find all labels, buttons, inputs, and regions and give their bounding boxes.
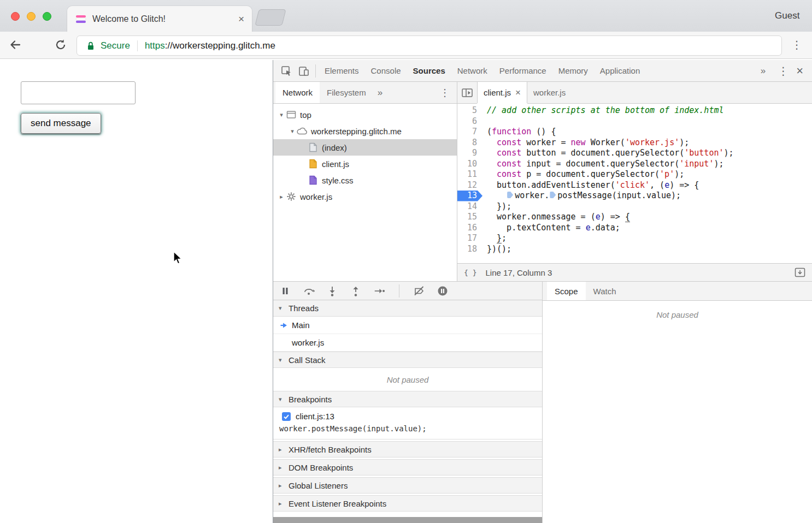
tree-item-worker-js[interactable]: ▸worker.js [273,188,457,205]
toggle-navigator-button[interactable] [457,82,477,103]
line-number[interactable]: 17 [457,233,483,244]
line-number[interactable]: 9 [457,148,483,159]
section-global-listeners[interactable]: Global Listeners [273,477,542,494]
show-drawer-button[interactable] [795,268,805,277]
deactivate-breakpoints-button[interactable] [413,284,426,298]
more-tabs-icon[interactable] [756,66,770,76]
browser-menu-button[interactable] [791,39,802,50]
close-devtools-button[interactable] [796,65,803,77]
line-number[interactable]: 5 [457,105,483,116]
chevron-down-icon[interactable]: ▾ [278,111,285,118]
back-button[interactable] [8,37,23,52]
line-number[interactable]: 6 [457,116,483,127]
inline-breakpoint-icon[interactable] [550,192,556,198]
section-dom-breakpoints[interactable]: DOM Breakpoints [273,459,542,476]
line-number[interactable]: 12 [457,180,483,191]
sidebar-tab-scope[interactable]: Scope [547,282,586,300]
tree-item-workerstepping-glitch-me[interactable]: ▾workerstepping.glitch.me [273,123,457,139]
line-number[interactable]: 15 [457,212,483,223]
code-line[interactable]: 6 [457,116,812,127]
tree-item-client-js[interactable]: client.js [273,156,457,172]
code-line[interactable]: 9 const button = document.querySelector(… [457,148,812,159]
code-line[interactable]: 18})(); [457,244,812,255]
editor-tab-worker-js[interactable]: worker.js [527,82,572,103]
message-input[interactable] [21,81,136,104]
chevron-down-icon[interactable]: ▾ [289,128,296,135]
send-message-button[interactable]: send message [21,113,101,134]
devtools-tab-memory[interactable]: Memory [552,60,594,81]
step-out-button[interactable] [349,284,362,298]
thread-item-main[interactable]: Main [273,317,542,334]
breakpoint-marker[interactable]: 13 [457,191,483,201]
code-line[interactable]: 11 const p = document.querySelector('p')… [457,169,812,180]
breakpoint-checkbox[interactable] [282,412,291,421]
device-toolbar-button[interactable] [295,62,313,80]
tree-item-index[interactable]: (index) [273,139,457,156]
thread-item-worker-js[interactable]: worker.js [273,334,542,352]
devtools-tab-application[interactable]: Application [594,60,646,81]
code-line[interactable]: 13 worker.postMessage(input.value); [457,191,812,201]
line-number[interactable]: 7 [457,127,483,138]
line-number[interactable]: 14 [457,201,483,212]
step-over-button[interactable] [302,284,315,298]
more-tabs-icon[interactable] [373,87,387,98]
tree-item-style-css[interactable]: style.css [273,172,457,188]
scope-message: Not paused [543,310,812,319]
breakpoints-section-header[interactable]: Breakpoints [273,391,542,407]
line-number[interactable]: 16 [457,223,483,234]
code-line[interactable]: 10 const input = document.querySelector(… [457,159,812,170]
devtools-tab-performance[interactable]: Performance [493,60,552,81]
code-line[interactable]: 7(function () { [457,127,812,138]
devtools-tab-console-label: Console [371,66,401,75]
chevron-right-icon[interactable]: ▸ [278,193,285,200]
pretty-print-button[interactable] [464,269,476,277]
browser-tab[interactable]: Welcome to Glitch! [67,6,252,32]
close-tab-icon[interactable] [515,88,521,97]
section-event-listener-breakpoints[interactable]: Event Listener Breakpoints [273,495,542,512]
address-bar[interactable]: Secure https://workerstepping.glitch.me [77,35,782,56]
code-line[interactable]: 16 p.textContent = e.data; [457,223,812,234]
resume-pause-button[interactable] [279,284,292,298]
devtools-tab-console[interactable]: Console [365,60,407,81]
editor-tab-worker-js-label: worker.js [533,88,566,97]
section-xhr-fetch-breakpoints[interactable]: XHR/fetch Breakpoints [273,441,542,457]
code-line[interactable]: 14 }); [457,201,812,212]
close-tab-icon[interactable] [238,14,244,24]
profile-name: Guest [775,10,799,21]
scrollbar-track[interactable] [273,517,542,523]
line-number[interactable]: 10 [457,159,483,170]
line-number[interactable]: 8 [457,138,483,148]
devtools-menu-button[interactable] [778,66,789,76]
breakpoint-entry[interactable]: client.js:13 [273,407,542,423]
threads-section-header[interactable]: Threads [273,300,542,317]
navigator-tab-filesystem[interactable]: Filesystem [320,82,373,103]
editor-tab-client-js[interactable]: client.js [477,82,527,103]
call-stack-section-header[interactable]: Call Stack [273,352,542,368]
divider [315,64,316,78]
tree-item-top[interactable]: ▾top [273,106,457,123]
reload-button[interactable] [53,37,68,52]
code-line[interactable]: 8 const worker = new Worker('worker.js')… [457,138,812,148]
line-number[interactable]: 11 [457,169,483,180]
devtools-tab-sources[interactable]: Sources [407,60,451,81]
line-number[interactable]: 18 [457,244,483,255]
inline-breakpoint-icon[interactable] [507,192,513,198]
navigator-menu-button[interactable] [435,88,455,98]
sidebar-tab-watch[interactable]: Watch [586,282,624,300]
code-line[interactable]: 15 worker.onmessage = (e) => { [457,212,812,223]
code-line[interactable]: 12 button.addEventListener('click', (e) … [457,180,812,191]
step-button[interactable] [373,284,386,298]
minimize-window-button[interactable] [27,12,36,21]
inspect-element-button[interactable] [278,62,295,80]
close-window-button[interactable] [11,12,20,21]
devtools-tab-network[interactable]: Network [451,60,493,81]
fullscreen-window-button[interactable] [43,12,51,21]
navigator-tab-network[interactable]: Network [275,82,320,103]
devtools-tab-elements[interactable]: Elements [319,60,365,81]
pause-on-exceptions-button[interactable] [436,284,449,298]
step-into-button[interactable] [326,284,339,298]
code-line[interactable]: 17 }; [457,233,812,244]
debugger-pane: Threads Mainworker.js Call Stack Not pau… [273,281,812,523]
code-line[interactable]: 5// add other scripts at the bottom of i… [457,105,812,116]
new-tab-button[interactable] [255,9,286,26]
